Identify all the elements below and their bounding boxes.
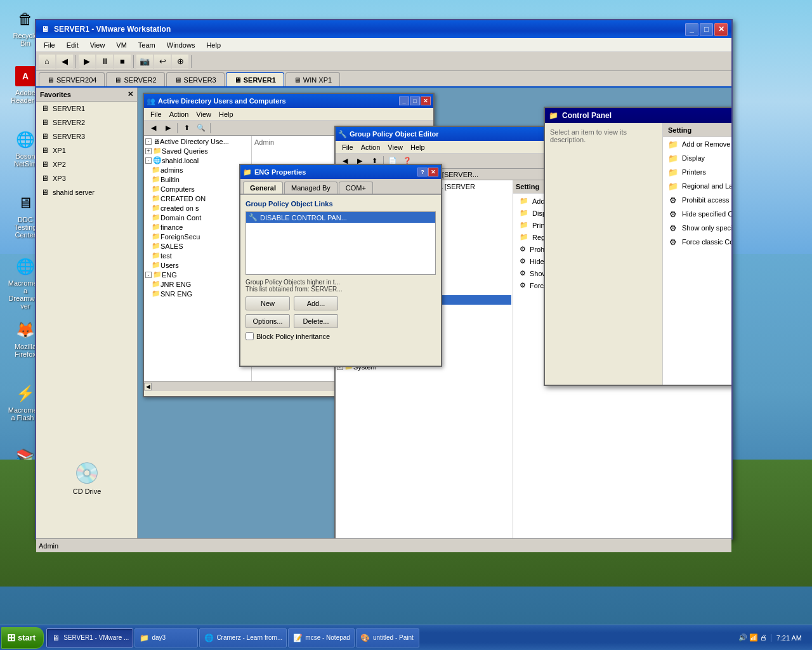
ad-foreign-secu[interactable]: 📁 ForeignSecu [145, 232, 250, 241]
ad-test[interactable]: 📁 test [145, 251, 250, 260]
ad-close-btn[interactable]: ✕ [421, 96, 431, 105]
cp-item-add-remove[interactable]: 📁 Add or Remove Programs [663, 137, 731, 151]
cp-item-show-applets[interactable]: ⚙ Show only specified Control Panel appl… [663, 221, 731, 235]
eng-minimize-btn[interactable]: ? [417, 168, 428, 176]
cp-item-prohibit[interactable]: ⚙ Prohibit access to the Control Panel [663, 193, 731, 207]
ad-created-on2[interactable]: 📁 created on s [145, 203, 250, 213]
ad-toolbar-forward[interactable]: ▶ [161, 122, 175, 135]
ad-minimize-btn[interactable]: _ [399, 96, 409, 105]
gpo-list-item-disable-cp[interactable]: 🔧 DISABLE CONTROL PAN... [246, 212, 435, 223]
ad-maximize-btn[interactable]: □ [410, 96, 420, 105]
new-button[interactable]: New [246, 296, 290, 310]
fav-item-xp2[interactable]: 🖥 XP2 [36, 157, 137, 171]
toolbar-stop[interactable]: ■ [114, 54, 131, 69]
ad-menu-view[interactable]: View [192, 109, 215, 119]
menu-help[interactable]: Help [201, 40, 226, 50]
toolbar-sep1 [75, 55, 76, 68]
gpo-menu-help[interactable]: Help [407, 142, 429, 152]
toolbar-pause[interactable]: ⏸ [96, 54, 113, 69]
ad-computers[interactable]: 📁 Computers [145, 184, 250, 194]
gpo-menu-view[interactable]: View [384, 142, 407, 152]
ad-tree-root[interactable]: - 🖥 Active Directory Use... [145, 137, 250, 146]
gpo-menu-action[interactable]: Action [357, 142, 384, 152]
tab-server1[interactable]: 🖥 SERVER1 [226, 72, 284, 86]
ad-saved-queries[interactable]: + 📁 Saved Queries [145, 146, 250, 156]
cp-item-display[interactable]: 📁 Display [663, 151, 731, 165]
ad-toolbar-up[interactable]: ⬆ [180, 122, 193, 135]
ad-menu-action[interactable]: Action [166, 109, 193, 119]
tab-server204[interactable]: 🖥 SERVER204 [39, 72, 105, 86]
add-button[interactable]: Add... [294, 296, 338, 310]
toolbar-restore[interactable]: ↩ [154, 54, 171, 69]
scroll-left-btn[interactable]: ◀ [144, 383, 152, 390]
ad-menu-help[interactable]: Help [215, 109, 237, 119]
maximize-button[interactable]: □ [700, 23, 713, 36]
menu-view[interactable]: View [85, 40, 110, 50]
toolbar-power-on[interactable]: ▶ [79, 54, 95, 69]
toolbar-clone[interactable]: ⊕ [172, 54, 188, 69]
start-button[interactable]: ⊞ start [1, 627, 44, 649]
ad-sales[interactable]: 📁 SALES [145, 241, 250, 251]
ad-builtin[interactable]: 📁 Builtin [145, 175, 250, 184]
desktop-icon-setupmgr[interactable]: ⚙ setupmgr [3, 552, 48, 588]
gpo-item-label: DISABLE CONTROL PAN... [260, 214, 347, 222]
block-policy-checkbox[interactable] [246, 332, 254, 340]
cp-item-printers[interactable]: 📁 Printers [663, 165, 731, 179]
taskbar-item-day3[interactable]: 📁 day3 [134, 628, 198, 647]
ad-snr-eng[interactable]: 📁 SNR ENG [145, 289, 250, 298]
fav-item-xp1[interactable]: 🖥 XP1 [36, 143, 137, 157]
fav-item-server2[interactable]: 🖥 SERVER2 [36, 116, 137, 129]
favorites-close-icon[interactable]: ✕ [128, 90, 133, 98]
ad-toolbar-back[interactable]: ◀ [147, 122, 160, 135]
cp-item-regional[interactable]: 📁 Regional and Language Options [663, 179, 731, 193]
ad-domain-cont[interactable]: 📁 Domain Cont [145, 213, 250, 222]
taskbar-item-server1-vmware[interactable]: 🖥 SERVER1 - VMware ... [46, 628, 133, 647]
menu-edit[interactable]: Edit [62, 40, 84, 50]
taskbar-item-paint[interactable]: 🎨 untitled - Paint [356, 628, 419, 647]
cp-item-force-classic[interactable]: ⚙ Force classic Control Panel Style [663, 235, 731, 249]
eng-close-btn[interactable]: ✕ [428, 168, 438, 176]
gpo-menu-file[interactable]: File [338, 142, 357, 152]
ad-finance[interactable]: 📁 finance [145, 222, 250, 232]
toolbar-home[interactable]: ⌂ [39, 54, 55, 69]
menu-team[interactable]: Team [133, 40, 160, 50]
ad-users[interactable]: 📁 Users [145, 260, 250, 270]
tab-server2[interactable]: 🖥 SERVER2 [106, 72, 164, 86]
cp-title-icon: 📁 [549, 111, 558, 120]
ad-jnr-eng[interactable]: 📁 JNR ENG [145, 279, 250, 289]
tab-label-server2: SERVER2 [124, 76, 156, 84]
fav-item-xp3[interactable]: 🖥 XP3 [36, 171, 137, 185]
taskbar-item-mcse[interactable]: 📝 mcse - Notepad [288, 628, 355, 647]
minimize-button[interactable]: _ [685, 23, 698, 36]
eng-tab-general[interactable]: General [243, 182, 283, 194]
toolbar-back[interactable]: ◀ [56, 54, 73, 69]
eng-tab-com[interactable]: COM+ [339, 182, 373, 194]
fav-item-server3[interactable]: 🖥 SERVER3 [36, 129, 137, 143]
toolbar-snapshot[interactable]: 📷 [136, 54, 153, 69]
ad-eng[interactable]: - 📁 ENG [145, 270, 250, 279]
gpo-item-regional-icon: 📁 [520, 233, 528, 241]
menu-windows[interactable]: Windows [162, 40, 200, 50]
ad-created-on[interactable]: 📁 CREATED ON [145, 194, 250, 203]
menu-vm[interactable]: VM [111, 40, 132, 50]
menu-file[interactable]: File [39, 40, 60, 50]
ad-menu-file[interactable]: File [147, 109, 166, 119]
fav-item-shahid[interactable]: 🖥 shahid server [36, 185, 137, 199]
eng-titlebar-controls: ? ✕ [417, 168, 438, 176]
ad-admins[interactable]: 📁 admins [145, 165, 250, 175]
shahid-expander[interactable]: - [145, 157, 152, 164]
ad-shahid-local[interactable]: - 🌐 shahid.local [145, 156, 250, 165]
ad-root-expander[interactable]: - [145, 138, 152, 145]
taskbar-item-cramerz[interactable]: 🌐 Cramerz - Learn from... [199, 628, 287, 647]
close-button[interactable]: ✕ [714, 23, 728, 36]
sq-expander[interactable]: + [145, 148, 152, 154]
delete-button[interactable]: Delete... [294, 314, 338, 328]
eng-expander[interactable]: - [145, 272, 152, 278]
ad-toolbar-search[interactable]: 🔍 [194, 122, 208, 135]
cp-item-hide-applets[interactable]: ⚙ Hide specified Control Panel applets [663, 207, 731, 221]
tab-server3[interactable]: 🖥 SERVER3 [166, 72, 225, 86]
eng-tab-managed-by[interactable]: Managed By [284, 182, 337, 194]
fav-item-server1[interactable]: 🖥 SERVER1 [36, 102, 137, 116]
tab-win-xp1[interactable]: 🖥 WIN XP1 [285, 72, 340, 86]
options-button[interactable]: Options... [246, 314, 290, 328]
